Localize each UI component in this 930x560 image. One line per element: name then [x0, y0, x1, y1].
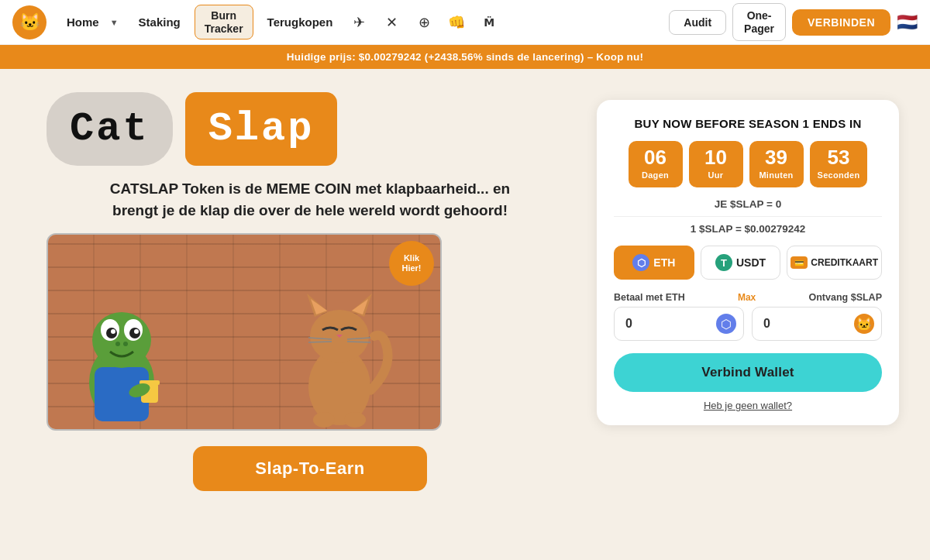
- svg-point-8: [134, 329, 139, 334]
- staking-nav-link[interactable]: Staking: [131, 11, 188, 33]
- countdown-days-label: Dagen: [642, 170, 669, 180]
- countdown-hours-label: Uur: [708, 170, 724, 180]
- terugkopen-nav-link[interactable]: Terugkopen: [260, 11, 341, 33]
- countdown-hours: 10 Uur: [689, 141, 743, 187]
- svg-point-26: [344, 412, 366, 428]
- burn-tracker-line1: Burn: [205, 9, 243, 22]
- svg-point-9: [115, 342, 120, 346]
- burn-tracker-line2: Tracker: [205, 22, 243, 36]
- slap-input-group: 🐱: [752, 307, 882, 341]
- cat-character: [285, 274, 394, 429]
- one-pager-button[interactable]: One- Pager: [732, 3, 786, 42]
- token-input-row: ⬡ 🐱: [614, 307, 882, 341]
- audit-button[interactable]: Audit: [669, 10, 726, 35]
- countdown-minutes-label: Minuten: [759, 170, 793, 180]
- language-flag[interactable]: 🇳🇱: [897, 12, 918, 33]
- verbinden-button[interactable]: VERBINDEN: [792, 9, 890, 36]
- svg-point-2: [92, 312, 151, 368]
- coinmarketcap-icon[interactable]: M̈: [477, 10, 501, 35]
- max-link[interactable]: Max: [738, 292, 756, 303]
- usdt-icon: T: [715, 254, 732, 271]
- countdown-minutes: 39 Minuten: [749, 141, 804, 187]
- countdown-minutes-num: 39: [757, 147, 796, 167]
- eth-icon: ⬡: [632, 254, 649, 271]
- meme-image[interactable]: KlikHier!: [46, 233, 442, 431]
- slap-balance: JE $SLAP = 0: [614, 198, 882, 210]
- home-nav-group[interactable]: Home ▼: [53, 6, 125, 38]
- slap-to-earn-button[interactable]: Slap-To-Earn: [193, 446, 426, 491]
- social-icons-group: ✈ ✕ ⊕ 👊 M̈: [346, 10, 501, 35]
- cat-label: Cat: [46, 92, 173, 166]
- no-wallet-link[interactable]: Heb je geen wallet?: [614, 400, 882, 411]
- betaal-label: Betaal met ETH: [614, 292, 685, 303]
- countdown-row: 06 Dagen 10 Uur 39 Minuten 53 Seconden: [614, 141, 882, 187]
- telegram-icon[interactable]: ✈: [346, 10, 371, 35]
- slap-input-icon: 🐱: [854, 314, 874, 334]
- divider: [614, 216, 882, 217]
- navbar: 🐱 Home ▼ Staking Burn Tracker Terugkopen…: [0, 0, 930, 45]
- left-panel: Cat Slap CATSLAP Token is de MEME COIN m…: [46, 92, 574, 491]
- logo-title-row: Cat Slap: [46, 92, 337, 166]
- verbind-wallet-button[interactable]: Verbind Wallet: [614, 353, 882, 392]
- twitter-x-icon[interactable]: ✕: [379, 10, 404, 35]
- countdown-hours-num: 10: [697, 147, 735, 167]
- slap-label: Slap: [185, 92, 338, 166]
- ticker-text: Huidige prijs: $0.00279242 (+2438.56% si…: [287, 51, 643, 63]
- buy-widget: BUY NOW BEFORE SEASON 1 ENDS IN 06 Dagen…: [597, 100, 899, 425]
- svg-point-7: [111, 329, 115, 334]
- creditcard-payment-button[interactable]: 💳 CREDITKAART: [787, 246, 882, 280]
- home-nav-link[interactable]: Home: [59, 11, 107, 33]
- usdt-payment-button[interactable]: T USDT: [701, 246, 781, 280]
- eth-label: ETH: [653, 256, 675, 269]
- main-content: Cat Slap CATSLAP Token is de MEME COIN m…: [0, 69, 930, 507]
- svg-point-10: [123, 342, 128, 346]
- usdt-label: USDT: [736, 256, 766, 269]
- buy-widget-title: BUY NOW BEFORE SEASON 1 ENDS IN: [614, 117, 882, 130]
- frog-svg: [71, 282, 172, 429]
- countdown-days: 06 Dagen: [629, 141, 683, 187]
- burn-tracker-nav-button[interactable]: Burn Tracker: [195, 5, 253, 40]
- payment-methods: ⬡ ETH T USDT 💳 CREDITKAART: [614, 246, 882, 280]
- creditcard-label: CREDITKAART: [811, 257, 878, 268]
- creditcard-icon: 💳: [790, 256, 808, 269]
- one-pager-line1: One-: [744, 9, 774, 22]
- svg-line-22: [308, 342, 332, 342]
- countdown-seconds: 53 Seconden: [810, 141, 868, 187]
- countdown-seconds-num: 53: [818, 147, 860, 167]
- price-ticker: Huidige prijs: $0.00279242 (+2438.56% si…: [0, 45, 930, 69]
- svg-point-25: [313, 412, 335, 428]
- eth-payment-button[interactable]: ⬡ ETH: [614, 246, 694, 280]
- klik-hier-bubble[interactable]: KlikHier!: [389, 241, 434, 286]
- eth-input-icon: ⬡: [716, 314, 736, 334]
- countdown-days-num: 06: [636, 147, 675, 167]
- klik-hier-text: KlikHier!: [401, 253, 421, 273]
- frog-character: [71, 282, 172, 429]
- reddit-icon[interactable]: 👊: [444, 10, 469, 35]
- logo-emoji: 🐱: [19, 12, 40, 33]
- countdown-seconds-label: Seconden: [818, 170, 860, 180]
- eth-input-group: ⬡: [614, 307, 744, 341]
- one-pager-line2: Pager: [744, 22, 774, 36]
- cat-svg: [285, 274, 394, 429]
- svg-line-24: [347, 342, 370, 342]
- site-logo[interactable]: 🐱: [12, 5, 46, 40]
- hero-subtitle: CATSLAP Token is de MEME COIN met klapba…: [108, 178, 512, 221]
- home-chevron-icon: ▼: [110, 18, 119, 27]
- input-labels-row: Betaal met ETH Max Ontvang $SLAP: [614, 292, 882, 303]
- ontvang-label: Ontvang $SLAP: [809, 292, 882, 303]
- exchange-rate: 1 $SLAP = $0.00279242: [614, 223, 882, 235]
- discord-icon[interactable]: ⊕: [412, 10, 436, 35]
